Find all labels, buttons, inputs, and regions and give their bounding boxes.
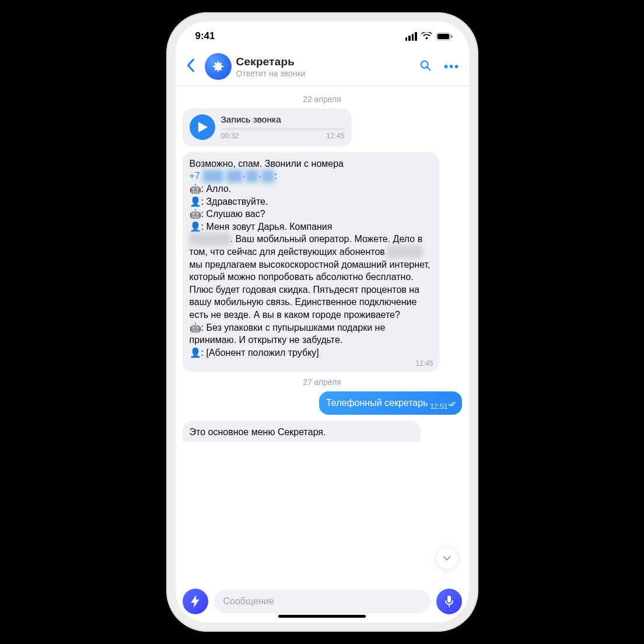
messages-pane[interactable]: 22 апреля Запись звонка 00:32 12:45 [176,86,469,584]
battery-icon [436,33,453,40]
transcript-line: 🤖: Алло. [190,184,232,194]
svg-point-3 [421,61,428,68]
quick-action-button[interactable] [183,589,208,614]
wifi-icon [421,32,432,40]
signal-icon [405,32,417,41]
transcript-lead: Возможно, спам. Звонили с номера [190,159,344,169]
svg-line-4 [427,68,430,71]
audio-timestamp: 12:45 [326,131,344,141]
avatar[interactable] [205,53,232,80]
outgoing-text: Телефонный секретарь [326,398,428,408]
audio-progress[interactable] [221,128,345,130]
voice-button[interactable] [436,589,462,614]
phone-link[interactable]: +7 xxx xx-xx-xx [190,171,275,181]
back-button[interactable] [181,57,200,76]
audio-message[interactable]: Запись звонка 00:32 12:45 [183,108,352,146]
scroll-down-button[interactable] [435,547,459,570]
message-input[interactable]: Сообщение [214,590,430,613]
audio-elapsed: 00:32 [221,131,239,141]
incoming-message[interactable]: Это основное меню Секретаря. [183,421,421,442]
transcript-line: мы предлагаем высокоскоростной домашний … [190,260,430,320]
transcript-line: 🤖: Без упаковки с пупырышками подарки не… [190,323,386,345]
phone-frame: 9:41 [166,12,478,632]
svg-rect-5 [447,596,451,603]
transcript-message[interactable]: Возможно, спам. Звонили с номера +7 xxx … [183,152,439,372]
read-checks-icon [448,398,457,411]
transcript-line: 👤: [Абонент положил трубку] [190,348,319,358]
audio-title: Запись звонка [221,114,345,126]
chat-subtitle: Ответит на звонки [236,69,410,78]
play-button[interactable] [190,114,215,140]
message-placeholder: Сообщение [223,596,274,607]
status-time: 9:41 [195,30,215,42]
search-button[interactable] [414,59,436,74]
transcript-line: 🤖: Слушаю вас? [190,209,265,219]
transcript-line: 👤: Здравствуйте. [190,197,268,206]
status-bar: 9:41 [176,22,469,51]
chat-header: Секретарь Ответит на звонки ••• [176,51,469,86]
more-button[interactable]: ••• [441,60,463,74]
incoming-text: Это основное меню Секретаря. [190,427,326,437]
message-timestamp: 12:45 [415,359,433,368]
date-separator: 27 апреля [183,377,462,387]
svg-rect-1 [438,34,449,39]
chat-title: Секретарь [236,55,410,68]
svg-rect-2 [451,35,453,38]
date-separator: 22 апреля [183,94,462,104]
transcript-line: 👤: Меня зовут Дарья. Компания [190,222,332,232]
message-timestamp: 12:51 [430,402,447,411]
home-indicator[interactable] [278,615,366,618]
outgoing-message[interactable]: Телефонный секретарь 12:51 [319,391,462,415]
